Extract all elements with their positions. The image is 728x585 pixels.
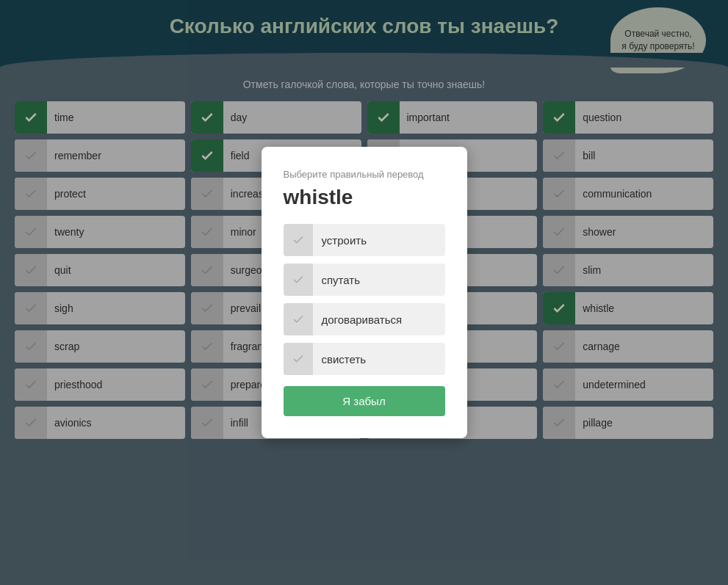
modal-option-3[interactable]: свистеть: [284, 343, 445, 375]
modal: Выберите правильный перевод whistle устр…: [262, 147, 467, 438]
modal-options: устроитьспутатьдоговариватьсясвистеть: [284, 224, 445, 375]
option-checkbox: [284, 343, 313, 375]
modal-subtitle: Выберите правильный перевод: [284, 169, 445, 180]
option-checkbox: [284, 264, 313, 296]
modal-word: whistle: [284, 186, 445, 209]
option-label: договариваться: [313, 313, 411, 326]
option-label: свистеть: [313, 353, 375, 366]
modal-overlay[interactable]: Выберите правильный перевод whistle устр…: [0, 0, 728, 585]
modal-option-1[interactable]: спутать: [284, 264, 445, 296]
option-checkbox: [284, 224, 313, 256]
option-label: спутать: [313, 274, 370, 286]
modal-option-2[interactable]: договариваться: [284, 303, 445, 335]
forgot-button[interactable]: Я забыл: [284, 386, 445, 416]
option-checkbox: [284, 303, 313, 335]
option-label: устроить: [313, 234, 375, 247]
modal-option-0[interactable]: устроить: [284, 224, 445, 256]
